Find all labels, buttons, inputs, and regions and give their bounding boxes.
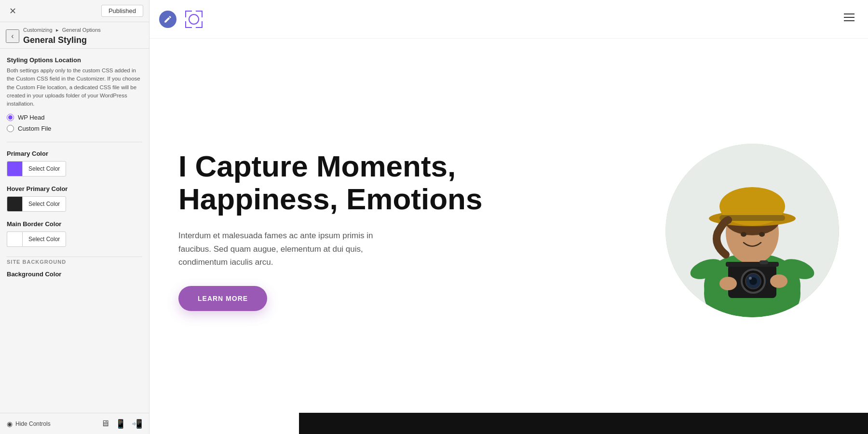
preview-image-section [656, 129, 839, 332]
breadcrumb-arrow: ▸ [56, 27, 59, 33]
hover-primary-color-section: Hover Primary Color Select Color [7, 185, 142, 212]
svg-point-26 [749, 277, 752, 280]
hamburger-menu-button[interactable] [840, 10, 858, 25]
primary-color-swatch[interactable] [7, 161, 22, 176]
primary-color-section: Primary Color Select Color [7, 150, 142, 176]
svg-rect-6 [196, 27, 203, 28]
hide-controls[interactable]: ◉ Hide Controls [7, 420, 51, 428]
svg-point-19 [741, 232, 746, 237]
svg-point-8 [189, 14, 199, 24]
page-title: General Styling [23, 35, 101, 45]
svg-rect-5 [185, 21, 186, 28]
hover-primary-color-select-btn[interactable]: Select Color [22, 196, 66, 212]
primary-color-select-btn[interactable]: Select Color [22, 161, 66, 176]
svg-rect-7 [202, 21, 203, 28]
primary-color-picker-row: Select Color [7, 161, 142, 176]
bg-color-label: Background Color [7, 271, 142, 278]
breadcrumb-customizing: Customizing [23, 27, 53, 33]
hamburger-line-1 [844, 14, 854, 14]
customizer-top-bar: ✕ Published [0, 0, 149, 22]
styling-options-title: Styling Options Location [7, 56, 142, 64]
radio-custom-file-input[interactable] [7, 125, 14, 132]
radio-group: WP Head Custom File [7, 114, 142, 132]
svg-rect-0 [185, 11, 192, 12]
main-border-color-swatch[interactable] [7, 231, 22, 247]
close-button[interactable]: ✕ [6, 4, 19, 18]
svg-rect-4 [185, 27, 192, 28]
device-icons-group: 🖥 📱 📲 [101, 419, 142, 429]
nav-text-block: Customizing ▸ General Options General St… [23, 27, 101, 45]
radio-wp-head-label: WP Head [18, 114, 44, 121]
hover-primary-color-swatch[interactable] [7, 196, 22, 212]
main-border-color-select-btn[interactable]: Select Color [22, 231, 66, 247]
customizer-panel: ✕ Published ‹ Customizing ▸ General Opti… [0, 0, 149, 434]
svg-rect-3 [202, 11, 203, 17]
preview-content: I Capture Moments, Happiness, Emotions I… [149, 39, 868, 413]
preview-panel: I Capture Moments, Happiness, Emotions I… [149, 0, 868, 434]
person-svg [665, 144, 839, 317]
bottom-bar: ◉ Hide Controls 🖥 📱 📲 [0, 413, 149, 434]
svg-point-29 [770, 274, 787, 288]
learn-more-button[interactable]: LEARN MORE [178, 286, 267, 311]
published-button[interactable]: Published [101, 5, 143, 17]
divider-1 [7, 142, 142, 142]
preview-subtext: Interdum et malesuada fames ac ante ipsu… [178, 229, 400, 269]
hide-controls-label: Hide Controls [15, 420, 51, 427]
main-border-color-section: Main Border Color Select Color [7, 220, 142, 247]
site-background-header: SITE BACKGROUND [7, 257, 142, 265]
svg-rect-27 [760, 260, 768, 264]
hamburger-line-2 [844, 17, 854, 18]
mobile-icon[interactable]: 📲 [132, 419, 142, 429]
svg-rect-1 [185, 11, 186, 17]
person-illustration [665, 144, 839, 317]
hover-primary-color-picker-row: Select Color [7, 196, 142, 212]
desktop-icon[interactable]: 🖥 [101, 419, 109, 429]
camera-frame-icon[interactable] [181, 7, 206, 32]
edit-icon-button[interactable] [159, 11, 176, 28]
styling-options-section: Styling Options Location Both settings a… [7, 56, 142, 132]
panel-content: Styling Options Location Both settings a… [0, 49, 149, 413]
preview-toolbar [149, 0, 868, 39]
main-border-color-label: Main Border Color [7, 220, 142, 228]
svg-point-20 [759, 232, 765, 237]
eye-icon: ◉ [7, 420, 13, 428]
svg-point-28 [719, 277, 737, 290]
svg-rect-22 [726, 262, 779, 267]
back-button[interactable]: ‹ [6, 29, 19, 43]
breadcrumb: Customizing ▸ General Options [23, 27, 101, 33]
person-image [665, 144, 839, 317]
radio-custom-file-label: Custom File [18, 125, 51, 132]
main-border-color-picker-row: Select Color [7, 231, 142, 247]
breadcrumb-general-options: General Options [62, 27, 101, 33]
tablet-icon[interactable]: 📱 [115, 419, 126, 429]
hover-primary-color-label: Hover Primary Color [7, 185, 142, 192]
bottom-black-bar [299, 413, 868, 434]
pencil-icon [163, 15, 172, 24]
svg-rect-2 [196, 11, 203, 12]
nav-bar: ‹ Customizing ▸ General Options General … [0, 22, 149, 49]
primary-color-label: Primary Color [7, 150, 142, 157]
focus-frame-svg [181, 7, 206, 32]
radio-wp-head[interactable]: WP Head [7, 114, 142, 121]
preview-icons-left [159, 7, 206, 32]
hamburger-line-3 [844, 20, 854, 21]
styling-options-desc: Both settings apply only to the custom C… [7, 67, 142, 108]
radio-custom-file[interactable]: Custom File [7, 125, 142, 132]
radio-wp-head-input[interactable] [7, 114, 14, 121]
preview-text-section: I Capture Moments, Happiness, Emotions I… [178, 150, 506, 311]
preview-headline: I Capture Moments, Happiness, Emotions [178, 150, 506, 216]
